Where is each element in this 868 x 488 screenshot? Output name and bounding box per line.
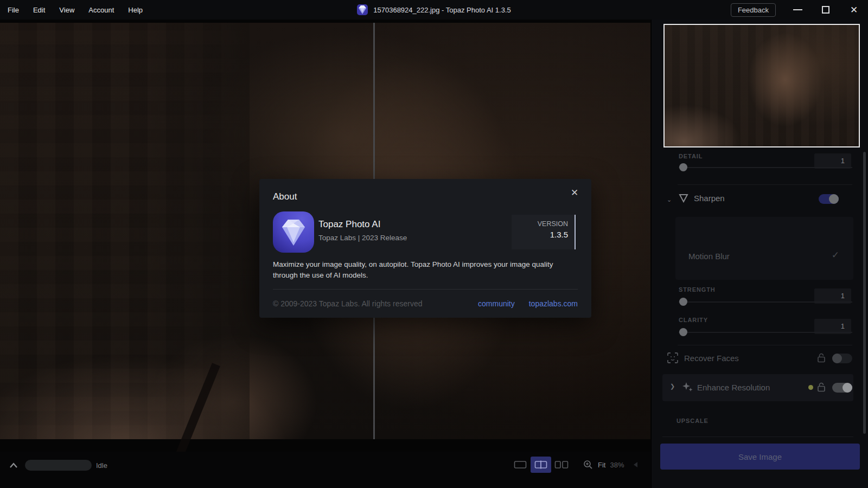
minimize-icon <box>793 9 802 10</box>
menu-account[interactable]: Account <box>88 6 114 14</box>
detail-slider-track[interactable] <box>679 167 852 168</box>
close-button[interactable]: ✕ <box>840 0 868 20</box>
app-name: Topaz Photo AI <box>318 219 380 230</box>
divider <box>273 289 578 290</box>
lock-icon <box>816 382 826 393</box>
dialog-title: About <box>273 191 297 202</box>
recover-faces-toggle-knob <box>832 354 842 363</box>
menu-help[interactable]: Help <box>128 6 143 14</box>
version-value: 1.3.5 <box>512 230 568 239</box>
enhance-resolution-toggle[interactable] <box>832 383 852 393</box>
sharpen-icon <box>679 193 688 203</box>
navigation-thumbnail[interactable] <box>663 24 860 147</box>
copyright-text: © 2009-2023 Topaz Labs. All rights reser… <box>273 299 422 308</box>
strength-slider-knob[interactable] <box>679 298 687 306</box>
divider <box>678 184 852 185</box>
status-text: Idle <box>96 461 107 470</box>
diamond-icon <box>279 216 308 248</box>
split-view-button[interactable] <box>531 457 551 473</box>
app-subtitle: Topaz Labs | 2023 Release <box>318 234 407 242</box>
zoom-controls: Fit 38% <box>583 459 624 470</box>
sharpen-model-list: Motion Blur ✓ <box>675 217 853 280</box>
upscale-label: UPSCALE <box>676 418 709 424</box>
divider <box>662 436 853 437</box>
topaz-logo <box>273 211 314 253</box>
maximize-button[interactable] <box>812 0 840 20</box>
panel-scrollbar[interactable] <box>863 152 866 434</box>
minimize-button[interactable] <box>783 0 812 20</box>
status-dot <box>808 385 813 390</box>
menu-bar: File Edit View Account Help <box>0 6 143 14</box>
chevron-right-icon[interactable]: ❯ <box>670 383 675 390</box>
single-view-button[interactable] <box>510 457 531 473</box>
strength-label: STRENGTH <box>679 286 716 293</box>
menu-file[interactable]: File <box>8 6 19 14</box>
status-bar: Idle <box>0 452 651 488</box>
zoom-fit-label[interactable]: Fit <box>598 461 605 469</box>
about-description: Maximize your image quality, on autopilo… <box>273 259 570 280</box>
status-left-group: Idle <box>7 458 107 472</box>
chevron-down-icon[interactable]: ⌄ <box>667 196 672 203</box>
about-links: community topazlabs.com <box>478 299 578 308</box>
enhance-resolution-toggle-knob <box>843 383 852 393</box>
detail-slider-knob[interactable] <box>679 163 687 171</box>
settings-panel: DETAIL 1 ⌄ Sharpen Motion Blur ✓ STRENGT… <box>651 20 868 488</box>
sharpen-section-label[interactable]: Sharpen <box>694 194 725 203</box>
titlebar: File Edit View Account Help 1570368924_2… <box>0 0 868 20</box>
community-link[interactable]: community <box>478 299 515 308</box>
topazlabs-link[interactable]: topazlabs.com <box>529 299 578 308</box>
zoom-in-icon[interactable] <box>583 459 593 470</box>
side-by-side-view-button[interactable] <box>551 457 572 473</box>
dialog-close-button[interactable]: ✕ <box>568 187 581 200</box>
progress-bar <box>25 460 92 471</box>
menu-edit[interactable]: Edit <box>33 6 45 14</box>
enhance-resolution-icon <box>681 381 694 394</box>
enhance-resolution-label[interactable]: Enhance Resolution <box>697 383 770 392</box>
expand-queue-button[interactable] <box>7 458 21 472</box>
app-logo-icon <box>357 4 368 16</box>
check-icon: ✓ <box>832 249 839 261</box>
close-icon: ✕ <box>850 5 858 15</box>
maximize-icon <box>822 6 829 14</box>
detail-value[interactable]: 1 <box>814 153 851 169</box>
clarity-slider-knob[interactable] <box>679 328 687 336</box>
about-dialog: About ✕ Topaz Photo AI Topaz Labs | 2023… <box>259 179 591 318</box>
sharpen-toggle-knob <box>829 194 839 204</box>
recover-faces-toggle[interactable] <box>832 354 852 363</box>
view-controls-group: Fit 38% <box>510 457 637 473</box>
lock-icon <box>816 352 826 363</box>
feedback-button[interactable]: Feedback <box>731 3 776 17</box>
detail-label: DETAIL <box>679 153 703 159</box>
titlebar-controls: Feedback ✕ <box>731 0 868 20</box>
recover-faces-icon <box>667 352 679 364</box>
app-window: File Edit View Account Help 1570368924_2… <box>0 0 868 488</box>
save-image-button[interactable]: Save Image <box>660 444 860 470</box>
sharpen-toggle[interactable] <box>819 194 839 204</box>
model-motion-blur-option[interactable]: Motion Blur <box>688 252 730 261</box>
single-view-icon <box>514 460 527 469</box>
clarity-label: CLARITY <box>679 317 708 323</box>
side-by-side-view-icon <box>554 460 569 469</box>
menu-view[interactable]: View <box>59 6 74 14</box>
strength-slider-track[interactable] <box>679 301 852 303</box>
version-label: VERSION <box>512 220 568 228</box>
zoom-percent[interactable]: 38% <box>610 461 624 469</box>
window-title: 1570368924_222.jpg - Topaz Photo AI 1.3.… <box>373 6 510 14</box>
version-box: VERSION 1.3.5 <box>512 215 576 249</box>
collapse-arrow-icon[interactable] <box>634 462 637 467</box>
chevron-up-icon <box>8 461 19 469</box>
divider <box>678 345 852 345</box>
recover-faces-label[interactable]: Recover Faces <box>684 354 739 363</box>
split-view-icon <box>534 460 547 469</box>
clarity-slider-track[interactable] <box>679 332 852 333</box>
